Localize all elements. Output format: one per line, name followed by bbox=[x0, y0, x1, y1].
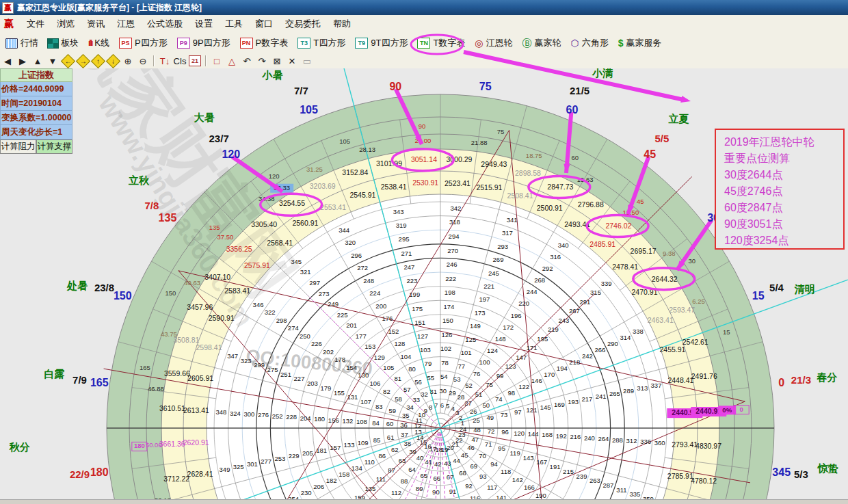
menu-item-窗口[interactable]: 窗口 bbox=[249, 16, 279, 31]
solar-term-立夏: 立夏 bbox=[668, 113, 689, 124]
price-outer-value: 3661.36 bbox=[159, 440, 185, 448]
wheel-number: 101 bbox=[461, 349, 472, 356]
wheel-number: 222 bbox=[445, 275, 456, 282]
wheel-number: 169 bbox=[554, 401, 565, 408]
wheel-number: 90 bbox=[432, 488, 440, 496]
dollar-icon: $ bbox=[618, 38, 624, 48]
tool-nav-back[interactable]: ◀ bbox=[1, 55, 14, 67]
wheel-number: 78 bbox=[441, 359, 449, 367]
tool-pan-right[interactable]: → bbox=[76, 55, 90, 67]
wheel-number: 155 bbox=[334, 389, 345, 397]
toolbar-button-p-square[interactable]: PSP四方形 bbox=[115, 36, 172, 51]
tool-pan-left[interactable]: ← bbox=[61, 55, 75, 67]
wheel-number: 71 bbox=[485, 440, 492, 448]
wheel-number: 158 bbox=[339, 470, 349, 478]
drawing-toolbar: ◀▶▲▼←→↑↓⊕⊖T↓Cls21□△↶↷⊠✕▭ bbox=[0, 53, 848, 69]
toolbar-button-p-table[interactable]: PNP数字表 bbox=[236, 36, 293, 51]
outer-angle-label-120: 120 bbox=[222, 148, 240, 160]
price-inner-value: 2523.41 bbox=[445, 179, 471, 187]
toolbar-button-kline[interactable]: ıllıK线 bbox=[84, 36, 114, 51]
tool-zoom-out[interactable]: ⊖ bbox=[136, 55, 150, 67]
wheel-number: 38 bbox=[404, 440, 412, 447]
price-outer-value: 2898.58 bbox=[515, 169, 541, 177]
date-label-23-8: 23/8 bbox=[94, 282, 114, 293]
wheel-number: 110 bbox=[365, 458, 375, 466]
wheel-number: 157 bbox=[330, 444, 341, 451]
toolbar-button-9t-square[interactable]: T99T四方形 bbox=[351, 36, 412, 51]
tool-pan-up[interactable]: ↑ bbox=[91, 55, 105, 67]
wheel-number: 53 bbox=[453, 375, 461, 383]
price-inner-value: 2590.91 bbox=[209, 314, 235, 322]
price-inner-value: 2605.91 bbox=[187, 374, 213, 382]
toolbar-label-9t-square: 9T四方形 bbox=[371, 37, 408, 49]
tool-cls[interactable]: Cls bbox=[173, 55, 187, 67]
wheel-number: 192 bbox=[556, 432, 567, 440]
wheel-number: 240 bbox=[584, 434, 595, 442]
wheel-number: 99 bbox=[496, 372, 504, 380]
menu-item-帮助[interactable]: 帮助 bbox=[327, 16, 357, 31]
wheel-number: 74 bbox=[495, 395, 503, 403]
solar-term-立秋: 立秋 bbox=[128, 174, 150, 186]
wheel-number: 135 bbox=[365, 485, 375, 492]
toolbar-button-winner-service[interactable]: $赢家服务 bbox=[614, 36, 666, 51]
wheel-number: 60 bbox=[386, 420, 394, 427]
tool-nav-up[interactable]: ▲ bbox=[31, 55, 44, 67]
wheel-number: 102 bbox=[440, 345, 451, 352]
tool-calendar[interactable]: 21 bbox=[188, 55, 202, 67]
wheel-number: 64 bbox=[408, 466, 416, 473]
tool-square-tool[interactable]: □ bbox=[210, 55, 224, 67]
toolbar-button-quotes[interactable]: 行情 bbox=[1, 36, 42, 51]
toolbar-button-9p-square[interactable]: P99P四方形 bbox=[173, 36, 235, 51]
wheel-number: 223 bbox=[406, 277, 417, 284]
menu-item-设置[interactable]: 设置 bbox=[189, 16, 219, 31]
app-window: { "window": { "title": "赢家江恩专业版[赢家服务平台] … bbox=[0, 0, 848, 504]
pan-up-icon: ↑ bbox=[90, 53, 105, 68]
calc-resistance-button[interactable]: 计算阻力 bbox=[0, 140, 36, 154]
tool-zoom-in[interactable]: ⊕ bbox=[121, 55, 135, 67]
pan-left-icon: ← bbox=[60, 53, 75, 68]
menu-item-交易委托[interactable]: 交易委托 bbox=[279, 16, 327, 31]
percent-value: 31.25 bbox=[306, 165, 323, 173]
hexagon-icon: ⬡ bbox=[571, 38, 579, 48]
percent-value: 9.38 bbox=[663, 250, 676, 257]
angle-ring-value: 120 bbox=[269, 172, 280, 180]
tool-t-down[interactable]: T↓ bbox=[158, 55, 172, 67]
tool-rotate-cw[interactable]: ↷ bbox=[255, 55, 269, 67]
tool-rotate-ccw[interactable]: ↶ bbox=[240, 55, 254, 67]
menu-item-资讯[interactable]: 资讯 bbox=[81, 16, 111, 31]
pan-left-glyph: ← bbox=[64, 57, 71, 65]
menu-item-浏览[interactable]: 浏览 bbox=[51, 16, 81, 31]
wheel-number: 152 bbox=[388, 328, 399, 335]
date-label-5-5: 5/5 bbox=[654, 133, 669, 144]
wheel-number: 175 bbox=[412, 305, 423, 313]
price-outer-value: 3610.51 bbox=[159, 404, 185, 412]
price-inner-value: 2620.91 bbox=[183, 438, 209, 447]
calc-support-button[interactable]: 计算支撑 bbox=[36, 140, 72, 154]
tool-triangle-tool[interactable]: △ bbox=[225, 55, 239, 67]
menu-item-江恩[interactable]: 江恩 bbox=[111, 16, 141, 31]
menu-item-公式选股[interactable]: 公式选股 bbox=[141, 16, 189, 31]
tool-nav-down[interactable]: ▼ bbox=[46, 55, 59, 67]
toolbar-button-sectors[interactable]: 板块 bbox=[44, 36, 83, 51]
wheel-number: 33 bbox=[413, 396, 421, 403]
wheel-number: 77 bbox=[458, 362, 466, 370]
tool-screen-tool[interactable]: ▭ bbox=[300, 55, 314, 67]
tool-cross-tool[interactable]: ✕ bbox=[285, 55, 299, 67]
toolbar-button-t-square[interactable]: T3T四方形 bbox=[293, 36, 349, 51]
tool-boxed-x-tool[interactable]: ⊠ bbox=[270, 55, 284, 67]
wheel-number: 317 bbox=[502, 229, 513, 237]
menu-item-文件[interactable]: 文件 bbox=[21, 16, 51, 31]
tool-pan-down[interactable]: ↓ bbox=[106, 55, 120, 67]
app-logo-icon: 赢 bbox=[4, 18, 14, 30]
wheel-number: 67 bbox=[447, 473, 454, 481]
wheel-number: 54 bbox=[440, 373, 448, 380]
wheel-number: 112 bbox=[391, 489, 401, 496]
menu-item-工具[interactable]: 工具 bbox=[219, 16, 249, 31]
toolbar-button-t-table[interactable]: TNT数字表 bbox=[413, 36, 469, 51]
toolbar-button-winner-wheel[interactable]: Ⓑ赢家轮 bbox=[518, 36, 566, 51]
toolbar-button-gann-wheel[interactable]: ◎江恩轮 bbox=[471, 36, 516, 51]
gann-wheel-canvas[interactable]: 赢家财富网www.yingjia360.comQQ:10080036012345… bbox=[0, 68, 848, 504]
price-inner-value: 2463.41 bbox=[648, 316, 674, 324]
tool-nav-forward[interactable]: ▶ bbox=[16, 55, 29, 67]
toolbar-button-hexagon[interactable]: ⬡六角形 bbox=[567, 36, 613, 51]
